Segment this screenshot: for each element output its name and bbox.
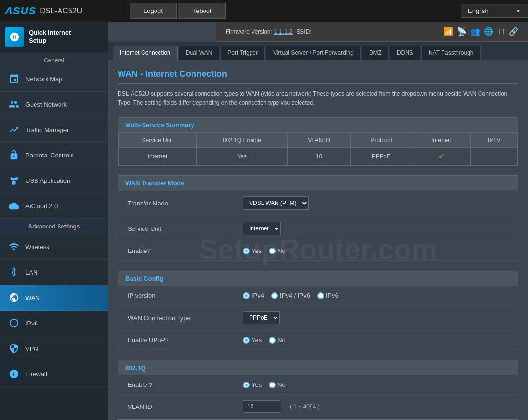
- multi-service-table: Service Unit 802.1Q Enable VLAN ID Proto…: [118, 132, 518, 165]
- sidebar-item-aicloud[interactable]: AiCloud 2.0: [0, 193, 108, 219]
- vlan-body: Enable ? Yes No: [118, 375, 518, 419]
- ipv4-radio[interactable]: [243, 292, 250, 299]
- firewall-label: Firewall: [25, 371, 47, 378]
- sidebar-item-wan[interactable]: WAN: [0, 285, 108, 311]
- top-buttons: Logout Reboot: [130, 3, 226, 19]
- ipv4-label: IPv4: [252, 292, 264, 299]
- sidebar-item-parental-controls[interactable]: Parental Controls: [0, 143, 108, 168]
- enable-no-radio[interactable]: [269, 248, 276, 254]
- traffic-manager-icon: [7, 123, 21, 136]
- vlan-header: 802.1Q: [118, 360, 518, 375]
- language-label: English: [468, 7, 489, 14]
- ipv6-radio[interactable]: [317, 292, 324, 299]
- ipv6-label: IPv6: [326, 292, 338, 299]
- upnp-no-radio[interactable]: [269, 337, 276, 344]
- ipv6-option[interactable]: IPv6: [317, 292, 338, 299]
- col-iptv: IPTV: [470, 133, 517, 148]
- main-layout: Quick Internet Setup General Network Map…: [0, 22, 528, 420]
- vlan-yes-option[interactable]: Yes: [243, 381, 262, 388]
- ipv6-label: IPv6: [25, 320, 38, 327]
- reboot-button[interactable]: Reboot: [178, 3, 226, 19]
- tabs-bar: Internet Connection Dual WAN Port Trigge…: [108, 42, 528, 60]
- cell-protocol: PPPoE: [351, 148, 412, 165]
- vlan-id-input[interactable]: [243, 400, 281, 413]
- general-section-label: General: [0, 52, 108, 66]
- tab-virtual-server[interactable]: Virtual Server / Port Forwarding: [266, 46, 361, 60]
- wan-transfer-body: Transfer Mode VDSL WAN (PTM) Service Uni…: [118, 191, 518, 261]
- wifi-icon: 📡: [457, 27, 467, 36]
- traffic-manager-label: Traffic Manager: [25, 126, 69, 133]
- tab-dmz[interactable]: DMZ: [362, 46, 389, 60]
- sidebar: Quick Internet Setup General Network Map…: [0, 22, 108, 420]
- cell-internet: ✔: [412, 148, 470, 165]
- tab-port-trigger[interactable]: Port Trigger: [220, 46, 265, 60]
- enable-yes-label: Yes: [252, 247, 262, 254]
- sidebar-item-quick-setup[interactable]: Quick Internet Setup: [0, 22, 108, 52]
- multi-service-header: Multi-Service Summary: [118, 118, 518, 132]
- wan-transfer-section: WAN Transfer Mode Transfer Mode VDSL WAN…: [118, 175, 518, 261]
- vlan-yes-radio[interactable]: [243, 382, 250, 388]
- enable-yes-radio[interactable]: [243, 248, 250, 254]
- col-vlan-id: VLAN ID: [287, 133, 350, 148]
- network-map-icon: [7, 72, 21, 85]
- vlan-no-option[interactable]: No: [269, 381, 286, 388]
- sidebar-item-traffic-manager[interactable]: Traffic Manager: [0, 117, 108, 143]
- page-title: WAN - Internet Connection: [118, 69, 518, 84]
- vlan-no-label: No: [277, 381, 286, 388]
- upnp-no-option[interactable]: No: [269, 336, 286, 344]
- ipv4-ipv6-option[interactable]: IPv4 / IPv6: [271, 292, 310, 299]
- wan-connection-label: WAN Connection Type: [128, 314, 243, 322]
- enable-yes-option[interactable]: Yes: [243, 247, 262, 254]
- service-unit-select[interactable]: Internet: [243, 222, 281, 235]
- wireless-icon: [7, 240, 21, 253]
- tab-internet-connection[interactable]: Internet Connection: [113, 46, 178, 60]
- aicloud-icon: [7, 199, 21, 213]
- quick-setup-icon: [5, 27, 24, 47]
- language-selector[interactable]: English ▼: [461, 4, 528, 18]
- tab-dual-wan[interactable]: Dual WAN: [179, 46, 220, 60]
- sidebar-item-guest-network[interactable]: Guest Network: [0, 92, 108, 117]
- service-unit-label: Service Unit: [128, 225, 243, 232]
- vpn-label: VPN: [25, 345, 38, 352]
- sidebar-item-vpn[interactable]: VPN: [0, 336, 108, 361]
- monitor-icon: 🖥: [497, 27, 505, 36]
- sidebar-item-firewall[interactable]: Firewall: [0, 361, 108, 387]
- sidebar-item-usb-application[interactable]: USB Application: [0, 168, 108, 193]
- ipv4-option[interactable]: IPv4: [243, 292, 264, 299]
- wireless-label: Wireless: [25, 243, 49, 251]
- upnp-yes-label: Yes: [252, 336, 262, 344]
- enable-no-option[interactable]: No: [269, 247, 286, 254]
- ipv4-ipv6-radio[interactable]: [271, 292, 278, 299]
- logout-button[interactable]: Logout: [130, 3, 177, 19]
- wan-label: WAN: [25, 294, 40, 301]
- sidebar-item-wireless[interactable]: Wireless: [0, 234, 108, 260]
- sidebar-item-network-map[interactable]: Network Map: [0, 66, 108, 92]
- sidebar-item-ipv6[interactable]: IPv6: [0, 311, 108, 336]
- ssid-label: SSID:: [296, 28, 311, 35]
- ip-version-row: IP version IPv4 IPv4 / IPv6: [118, 286, 518, 305]
- col-protocol: Protocol: [351, 133, 412, 148]
- status-icons: 📶 📡 👥 🌐 🖥 🔗: [444, 27, 518, 36]
- transfer-mode-select[interactable]: VDSL WAN (PTM): [243, 196, 309, 210]
- upnp-radio-group: Yes No: [243, 336, 286, 344]
- parental-controls-label: Parental Controls: [25, 152, 73, 159]
- vlan-no-radio[interactable]: [269, 382, 276, 388]
- tab-ddns[interactable]: DDNS: [390, 46, 420, 60]
- tab-nat-passthrough[interactable]: NAT Passthrough: [421, 46, 481, 60]
- quick-setup-label: Quick Internet Setup: [29, 29, 71, 45]
- table-row: Internet Yes 10 PPPoE ✔: [119, 148, 518, 165]
- network-map-label: Network Map: [25, 75, 62, 83]
- wan-connection-select[interactable]: PPPoE: [243, 311, 280, 324]
- enable-row: Enable? Yes No: [118, 241, 518, 261]
- upnp-no-label: No: [277, 336, 286, 344]
- ip-version-radio-group: IPv4 IPv4 / IPv6 IPv6: [243, 292, 338, 299]
- ipv6-icon: [7, 316, 21, 330]
- vlan-id-hint: ( 1 ~ 4094 ): [290, 403, 320, 410]
- sidebar-item-lan[interactable]: LAN: [0, 260, 108, 285]
- upnp-yes-radio[interactable]: [243, 337, 250, 344]
- vlan-id-control: ( 1 ~ 4094 ): [243, 400, 320, 413]
- page-description: DSL-AC52U supports several connection ty…: [118, 89, 518, 108]
- firmware-version-link[interactable]: 1.1.1.2: [274, 28, 293, 35]
- vlan-enable-radio-group: Yes No: [243, 381, 286, 388]
- upnp-yes-option[interactable]: Yes: [243, 336, 262, 344]
